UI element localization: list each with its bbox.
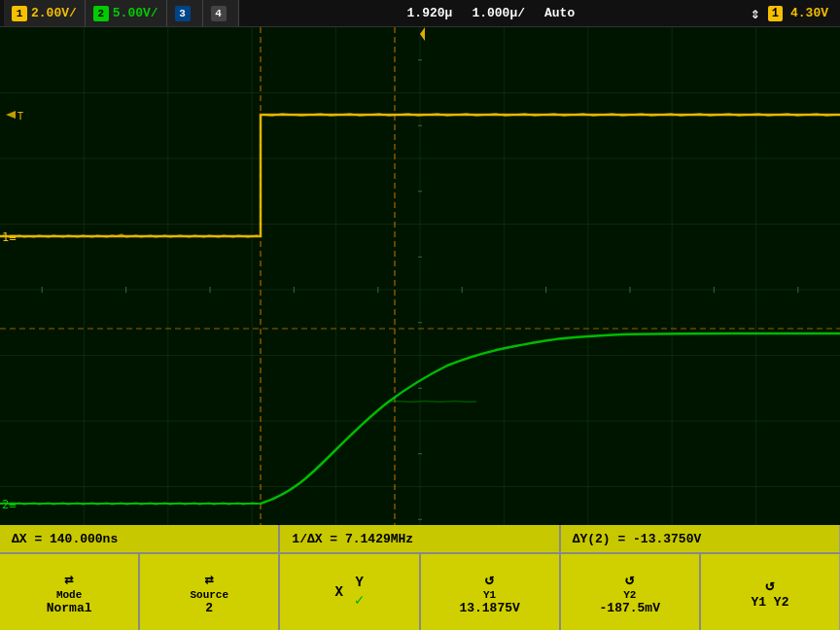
svg-text:2≡: 2≡ — [2, 498, 16, 511]
ch3-header[interactable]: 3 — [167, 0, 203, 26]
mode-button[interactable]: ⇄ Mode Normal — [0, 554, 140, 630]
x-label: X — [334, 584, 342, 600]
y2-icon: ↺ — [625, 570, 635, 589]
y-check-icon: ✓ — [355, 590, 365, 610]
y1-label: Y1 — [483, 589, 496, 601]
y1-icon: ↺ — [485, 570, 495, 589]
y1-value: 13.1875V — [459, 601, 519, 615]
svg-text:T: T — [18, 111, 23, 122]
y1y2-button[interactable]: ↺ Y1 Y2 — [701, 554, 840, 630]
xy-button[interactable]: X Y ✓ — [280, 554, 420, 630]
trigger-value: 4.30V — [790, 6, 828, 20]
inv-delta-x-section: 1/ΔX = 7.1429MHz — [280, 525, 560, 552]
ch2-header[interactable]: 2 5.00V/ — [86, 0, 167, 26]
ch2-scale: 5.00V/ — [113, 6, 158, 20]
y2-button[interactable]: ↺ Y2 -187.5mV — [561, 554, 701, 630]
ch4-number: 4 — [211, 6, 227, 21]
time-per-div: 1.000µ/ — [472, 6, 525, 20]
ch3-number: 3 — [175, 6, 191, 21]
y1y2-icon: ↺ — [765, 576, 775, 595]
y-label: Y — [355, 575, 363, 590]
scope-header: 1 2.00V/ 2 5.00V/ 3 4 1.920µ 1.000µ/ Aut… — [0, 0, 840, 27]
timebase-position: 1.920µ — [407, 6, 453, 20]
source-value: 2 — [205, 601, 213, 615]
delta-y2-section: ΔY(2) = -13.3750V — [561, 525, 840, 552]
ch1-number: 1 — [12, 6, 27, 21]
mode-label: Mode — [56, 589, 82, 601]
inv-delta-x-value: 1/ΔX = 7.1429MHz — [292, 532, 413, 546]
y1-button[interactable]: ↺ Y1 13.1875V — [421, 554, 561, 630]
timebase-info: 1.920µ 1.000µ/ Auto — [239, 6, 744, 20]
y2-label: Y2 — [623, 589, 636, 601]
ch1-box: 1 — [768, 6, 783, 21]
mode-value: Normal — [47, 601, 92, 615]
ch2-number: 2 — [93, 6, 109, 21]
controls-bar: ⇄ Mode Normal ⇄ Source 2 X Y ✓ ↺ Y1 13.1… — [0, 552, 840, 630]
ch1-scale: 2.00V/ — [31, 6, 77, 20]
trigger-section: ⇕ 1 4.30V — [743, 4, 836, 23]
ch4-header[interactable]: 4 — [203, 0, 239, 26]
trigger-arrow-icon: ⇕ — [751, 4, 760, 23]
status-bar: ΔX = 140.000ns 1/ΔX = 7.1429MHz ΔY(2) = … — [0, 525, 840, 552]
svg-text:1≡: 1≡ — [2, 230, 16, 244]
mode-icon: ⇄ — [64, 570, 74, 589]
delta-x-section: ΔX = 140.000ns — [0, 525, 280, 552]
y2-value: -187.5mV — [600, 601, 660, 615]
trig-mode: Auto — [544, 6, 575, 20]
scope-grid: 1≡ 2≡ T — [0, 27, 840, 552]
source-icon: ⇄ — [204, 570, 214, 589]
y1y2-label: Y1 Y2 — [751, 595, 788, 610]
source-label: Source — [190, 589, 228, 601]
delta-x-value: ΔX = 140.000ns — [12, 532, 118, 546]
source-button[interactable]: ⇄ Source 2 — [140, 554, 280, 630]
ch1-header[interactable]: 1 2.00V/ — [4, 0, 86, 26]
delta-y2-value: ΔY(2) = -13.3750V — [573, 532, 702, 546]
scope-display: 1≡ 2≡ T — [0, 27, 840, 552]
